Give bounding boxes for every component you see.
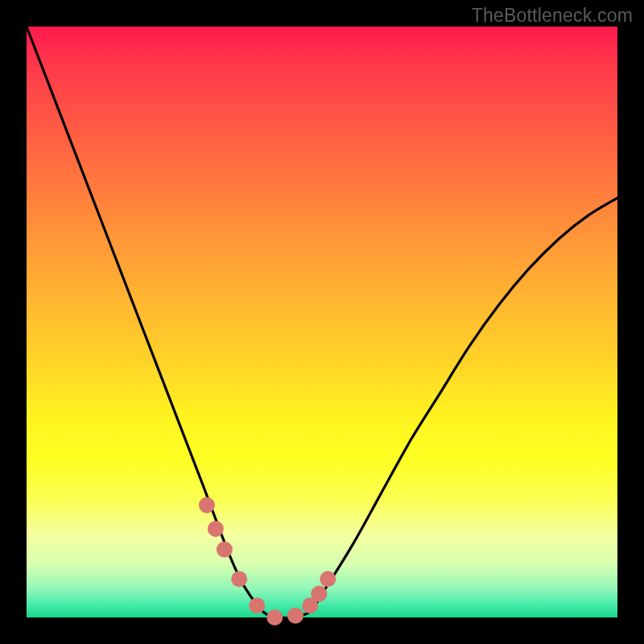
- curve-marker: [320, 571, 336, 587]
- curve-marker: [287, 608, 303, 624]
- chart-svg: [27, 27, 617, 617]
- curve-marker: [249, 597, 265, 613]
- watermark-text: TheBottleneck.com: [472, 5, 633, 27]
- curve-marker: [217, 542, 233, 558]
- curve-marker: [266, 609, 283, 625]
- chart-frame: TheBottleneck.com: [0, 0, 644, 644]
- plot-area: [27, 27, 617, 617]
- curve-marker: [231, 571, 247, 587]
- curve-marker: [208, 521, 224, 537]
- curve-marker: [199, 497, 215, 514]
- curve-markers: [199, 497, 336, 626]
- bottleneck-curve: [27, 27, 617, 618]
- curve-marker: [311, 586, 327, 602]
